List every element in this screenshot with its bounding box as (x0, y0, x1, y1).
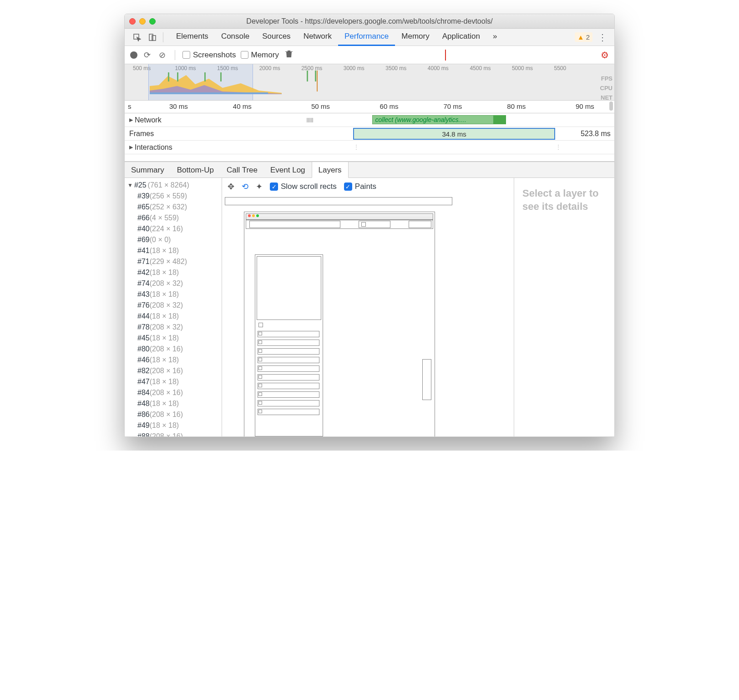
tree-row[interactable]: #84(208 × 16) (125, 387, 222, 398)
rotate-icon[interactable]: ⟲ (242, 182, 248, 192)
main-tabs: Elements Console Sources Network Perform… (170, 28, 575, 46)
layer-details: Select a layer to see its details (514, 178, 614, 436)
tab-performance[interactable]: Performance (338, 28, 395, 46)
traffic-lights (129, 18, 156, 25)
details-tabs: Summary Bottom-Up Call Tree Event Log La… (125, 162, 614, 178)
tree-row[interactable]: #86(208 × 16) (125, 409, 222, 420)
warnings-badge[interactable]: ▲ 2 (575, 32, 592, 42)
tree-row[interactable]: #74(208 × 32) (125, 278, 222, 289)
reload-icon[interactable]: ⟳ (142, 49, 152, 61)
memory-checkbox[interactable]: Memory (241, 51, 279, 60)
tab-application[interactable]: Application (436, 28, 486, 46)
tab-sources[interactable]: Sources (256, 28, 297, 46)
tree-row[interactable]: #42(18 × 18) (125, 267, 222, 278)
caret-right-icon: ▶ (129, 117, 133, 123)
checkbox-checked-icon: ✓ (270, 183, 278, 191)
pan-icon[interactable]: ✥ (228, 182, 234, 192)
network-request[interactable]: collect (www.google-analytics.… (372, 115, 495, 124)
svg-rect-10 (317, 71, 318, 91)
tabs-overflow[interactable]: » (486, 28, 503, 46)
tree-row[interactable]: #78(208 × 32) (125, 322, 222, 333)
interactions-track[interactable]: ▶Interactions ⋮ ⋮ (125, 141, 614, 154)
record-button[interactable] (130, 51, 137, 59)
tree-row[interactable]: #39(256 × 559) (125, 191, 222, 202)
tab-network[interactable]: Network (297, 28, 338, 46)
frame-duration[interactable]: 34.8 ms (353, 128, 555, 140)
devtools-window: Developer Tools - https://developers.goo… (124, 14, 615, 437)
subtab-summary[interactable]: Summary (125, 162, 171, 178)
tree-row[interactable]: #41(18 × 18) (125, 245, 222, 256)
slow-scroll-checkbox[interactable]: ✓ Slow scroll rects (270, 182, 337, 191)
frames-track[interactable]: Frames 34.8 ms 523.8 ms (125, 127, 614, 141)
tree-row[interactable]: #48(18 × 18) (125, 398, 222, 409)
paints-checkbox[interactable]: ✓ Paints (344, 182, 376, 191)
reset-icon[interactable]: ✦ (256, 182, 263, 192)
next-frame: 523.8 ms (581, 130, 611, 138)
svg-rect-9 (315, 71, 316, 81)
subtab-layers[interactable]: Layers (312, 162, 349, 178)
tab-elements[interactable]: Elements (170, 28, 215, 46)
performance-toolbar: ⟳ ⊘ Screenshots Memory ⚙ (125, 46, 614, 64)
tree-row[interactable]: ▼ #25(761 × 8264) (125, 180, 222, 191)
clear-icon[interactable]: ⊘ (157, 49, 167, 61)
caret-down-icon: ▼ (127, 181, 133, 189)
tree-row[interactable]: #45(18 × 18) (125, 333, 222, 344)
svg-rect-8 (307, 71, 308, 81)
warning-icon: ▲ (577, 33, 584, 41)
tree-row[interactable]: #40(224 × 16) (125, 223, 222, 234)
checkbox-checked-icon: ✓ (344, 183, 352, 191)
tree-row[interactable]: #66(4 × 559) (125, 213, 222, 223)
checkbox-icon (241, 51, 248, 59)
main-toolbar: Elements Console Sources Network Perform… (125, 29, 614, 46)
overview-marks (307, 71, 329, 93)
scrollbar[interactable] (609, 101, 613, 111)
screenshots-checkbox[interactable]: Screenshots (182, 51, 236, 60)
titlebar: Developer Tools - https://developers.goo… (125, 14, 614, 29)
tab-memory[interactable]: Memory (395, 28, 435, 46)
tree-row[interactable]: #49(18 × 18) (125, 420, 222, 431)
tree-row[interactable]: #65(252 × 632) (125, 202, 222, 213)
settings-icon[interactable]: ⚙ (601, 50, 609, 61)
time-ruler[interactable]: s 30 ms 40 ms 50 ms 60 ms 70 ms 80 ms 90… (125, 101, 614, 113)
tree-row[interactable]: #43(18 × 18) (125, 289, 222, 300)
tree-row[interactable]: #46(18 × 18) (125, 355, 222, 365)
tree-row[interactable]: #47(18 × 18) (125, 376, 222, 387)
close-icon[interactable] (129, 18, 136, 25)
svg-rect-3 (150, 92, 268, 94)
tree-row[interactable]: #71(229 × 482) (125, 256, 222, 267)
svg-rect-2 (152, 36, 156, 41)
trash-icon[interactable] (283, 49, 294, 61)
svg-rect-4 (168, 72, 169, 81)
subtab-eventlog[interactable]: Event Log (264, 162, 312, 178)
layer-canvas-area: ✥ ⟲ ✦ ✓ Slow scroll rects ✓ Paints (222, 178, 514, 436)
menu-icon[interactable]: ⋮ (595, 32, 610, 43)
layer-canvas[interactable] (222, 195, 514, 436)
layers-panel: ▼ #25(761 × 8264) #39(256 × 559)#65(252 … (125, 178, 614, 436)
window-title: Developer Tools - https://developers.goo… (125, 17, 614, 25)
tree-row[interactable]: #69(0 × 0) (125, 234, 222, 245)
svg-rect-6 (204, 72, 206, 81)
tree-row[interactable]: #82(208 × 16) (125, 365, 222, 376)
device-icon[interactable] (145, 31, 160, 43)
inspect-icon[interactable] (129, 31, 145, 43)
zoom-icon[interactable] (149, 18, 156, 25)
overview-timeline[interactable]: 500 ms1000 ms 1500 ms2000 ms 2500 ms3000… (125, 64, 614, 101)
tree-row[interactable]: #76(208 × 32) (125, 300, 222, 311)
caret-right-icon: ▶ (129, 144, 133, 150)
layer-tree[interactable]: ▼ #25(761 × 8264) #39(256 × 559)#65(252 … (125, 178, 222, 436)
tab-console[interactable]: Console (215, 28, 256, 46)
tree-row[interactable]: #44(18 × 18) (125, 311, 222, 322)
tree-row[interactable]: #80(208 × 16) (125, 344, 222, 355)
network-track[interactable]: ▶Network collect (www.google-analytics.… (125, 113, 614, 127)
cpu-chart (150, 72, 282, 94)
svg-rect-7 (220, 72, 222, 81)
svg-rect-1 (149, 34, 153, 41)
tree-row[interactable]: #88(208 × 16) (125, 431, 222, 436)
svg-rect-5 (177, 72, 178, 81)
checkbox-icon (182, 51, 190, 59)
canvas-toolbar: ✥ ⟲ ✦ ✓ Slow scroll rects ✓ Paints (222, 178, 514, 195)
minimize-icon[interactable] (139, 18, 146, 25)
subtab-bottomup[interactable]: Bottom-Up (171, 162, 220, 178)
subtab-calltree[interactable]: Call Tree (220, 162, 264, 178)
network-request-tail[interactable] (493, 115, 506, 124)
